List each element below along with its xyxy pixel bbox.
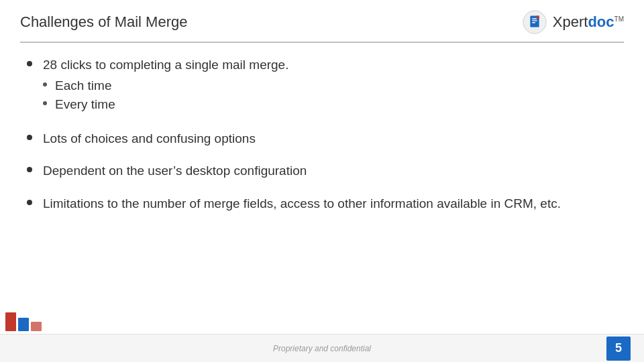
sub-bullet-list-1: Each time Every time	[43, 77, 617, 114]
slide-content: 28 clicks to completing a single mail me…	[0, 43, 644, 235]
sub-bullet-item-1: Each time	[43, 77, 617, 95]
logo-text: XpertdocTM	[553, 13, 624, 31]
logo-trademark: TM	[614, 15, 624, 23]
sub-bullet-dot-2	[43, 101, 47, 105]
logo-area: XpertdocTM	[522, 9, 624, 35]
svg-rect-4	[532, 22, 535, 23]
bullet-dot-2	[27, 135, 32, 140]
svg-rect-2	[532, 18, 537, 19]
bullet-item-4: Limitations to the number of merge field…	[27, 195, 617, 213]
bullet-content-4: Limitations to the number of merge field…	[43, 195, 617, 213]
sub-bullet-dot-1	[43, 82, 47, 86]
bullet-text-4: Limitations to the number of merge field…	[43, 196, 561, 210]
bullet-dot-1	[27, 61, 32, 66]
bar-red-tall	[5, 312, 16, 331]
main-bullet-list: 28 clicks to completing a single mail me…	[27, 56, 617, 213]
logo-bold: doc	[588, 13, 614, 30]
bullet-text-3: Dependent on the user’s desktop configur…	[43, 164, 307, 178]
bullet-text-2: Lots of choices and confusing options	[43, 131, 256, 145]
bullet-item-2: Lots of choices and confusing options	[27, 130, 617, 148]
slide-title: Challenges of Mail Merge	[20, 13, 187, 31]
bullet-item-3: Dependent on the user’s desktop configur…	[27, 162, 617, 180]
bullet-dot-3	[27, 167, 32, 172]
svg-rect-3	[532, 20, 537, 21]
bullet-content-3: Dependent on the user’s desktop configur…	[43, 162, 617, 180]
bullet-item-1: 28 clicks to completing a single mail me…	[27, 56, 617, 115]
bullet-content-2: Lots of choices and confusing options	[43, 130, 617, 148]
sub-bullet-text-2: Every time	[55, 96, 115, 114]
bullet-content-1: 28 clicks to completing a single mail me…	[43, 56, 617, 115]
bar-red-short	[31, 322, 42, 331]
bullet-text-1: 28 clicks to completing a single mail me…	[43, 58, 288, 72]
sub-bullet-text-1: Each time	[55, 77, 111, 95]
bar-blue-medium	[18, 318, 29, 331]
decorative-bars	[0, 312, 42, 334]
bullet-dot-4	[27, 200, 32, 205]
slide-header: Challenges of Mail Merge XpertdocTM	[0, 0, 644, 42]
logo-icon	[522, 9, 547, 35]
slide-footer: Proprietary and confidential 5	[0, 334, 644, 362]
sub-bullet-item-2: Every time	[43, 96, 617, 114]
footer-confidential-text: Proprietary and confidential	[273, 344, 371, 353]
page-number: 5	[606, 337, 631, 361]
